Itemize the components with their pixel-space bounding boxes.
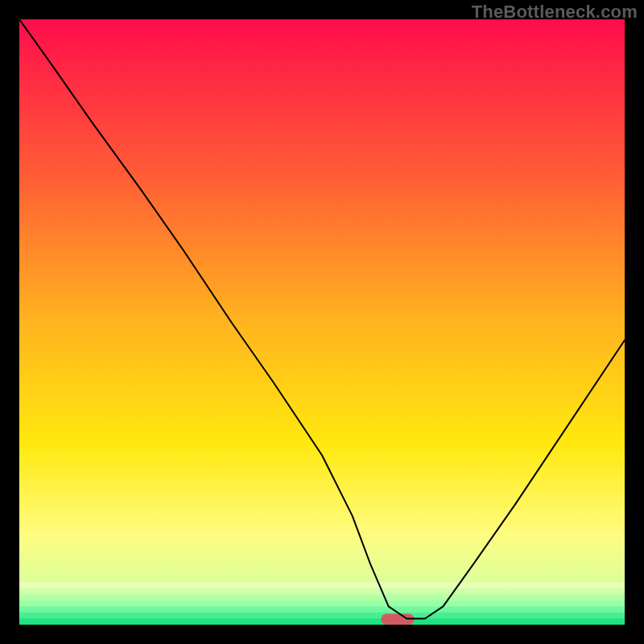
chart-frame: TheBottleneck.com — [0, 0, 644, 644]
bottleneck-chart-canvas — [19, 19, 625, 625]
watermark-label: TheBottleneck.com — [472, 2, 638, 23]
plot-area — [19, 19, 625, 625]
